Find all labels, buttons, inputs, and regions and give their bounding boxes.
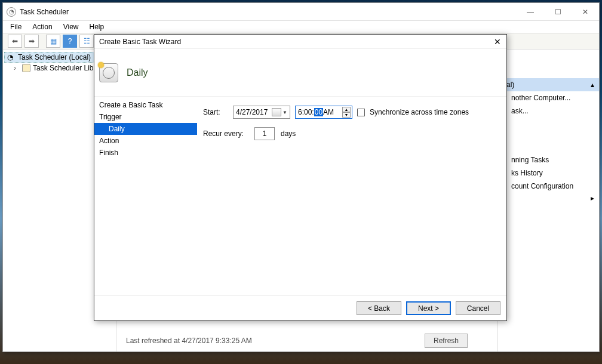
chevron-down-icon: ▼ [281,110,287,115]
status-bar: Last refreshed at 4/27/2017 9:33:25 AM R… [126,334,468,348]
nav-daily[interactable]: Daily [94,123,197,135]
action-history[interactable]: ks History [498,166,599,180]
panel-button[interactable]: ☷ [79,35,94,48]
minimize-button[interactable]: — [517,3,544,21]
nav-finish[interactable]: Finish [94,147,197,159]
wizard-heading: Daily [127,67,148,78]
time-selected-seconds: 00 [314,108,323,116]
wizard-nav: Create a Basic Task Trigger Daily Action… [94,97,197,295]
menubar: File Action View Help [3,21,599,33]
wizard-titlebar: Create Basic Task Wizard ✕ [94,35,506,49]
start-time-input[interactable]: 6:00:00 AM ▲ ▼ [295,106,352,119]
wizard-content: Start: 4/27/2017 ▼ 6:00:00 AM ▲ ▼ Synchr… [197,97,506,295]
chevron-right-icon: › [14,64,20,72]
action-create-task[interactable]: ask... [498,104,599,118]
action-account[interactable]: count Configuration [498,180,599,193]
menu-file[interactable]: File [10,23,22,31]
maximize-button[interactable]: ☐ [544,3,572,21]
menu-action[interactable]: Action [32,23,52,31]
sync-checkbox[interactable] [357,109,365,116]
time-spinner[interactable]: ▲ ▼ [342,107,351,118]
cancel-button[interactable]: Cancel [456,301,500,315]
start-label: Start: [203,108,228,116]
actions-panel: cal) ▴ nother Computer... ask... nning T… [497,50,599,351]
nav-action[interactable]: Action [94,135,197,147]
folder-icon [22,64,30,72]
main-titlebar: ◔ Task Scheduler — ☐ ✕ [3,3,599,21]
calendar-icon [272,108,281,116]
refresh-button[interactable]: Refresh [425,334,468,348]
back-button[interactable]: < Back [357,301,401,315]
wizard-buttons: < Back Next > Cancel [94,295,506,320]
back-button[interactable]: ⬅ [8,35,22,48]
clock-icon: ◔ [7,53,16,61]
clock-icon: ◔ [7,7,16,17]
collapse-icon[interactable]: ▴ [591,81,594,89]
spin-down-icon[interactable]: ▼ [342,112,351,118]
recur-days-input[interactable] [254,127,275,140]
actions-header: cal) ▴ [498,78,599,91]
action-connect[interactable]: nother Computer... [498,91,599,104]
grid-button[interactable]: ▦ [46,35,60,48]
recur-unit-label: days [281,129,296,138]
menu-view[interactable]: View [63,23,79,31]
window-title: Task Scheduler [20,8,69,16]
forward-button[interactable]: ➡ [24,35,39,48]
menu-help[interactable]: Help [90,23,105,31]
nav-trigger[interactable]: Trigger [94,111,197,123]
nav-create-basic-task[interactable]: Create a Basic Task [94,99,197,111]
wizard-icon [99,63,118,82]
sync-label: Synchronize across time zones [370,108,469,116]
spin-up-icon[interactable]: ▲ [342,107,351,112]
recur-label: Recur every: [203,129,248,138]
action-running[interactable]: nning Tasks [498,153,599,166]
wizard-dialog: Create Basic Task Wizard ✕ Daily Create … [94,34,507,321]
chevron-right-icon[interactable]: ▸ [498,193,599,203]
next-button[interactable]: Next > [406,301,451,315]
help-button[interactable]: ? [63,35,77,48]
wizard-header: Daily [94,49,506,97]
close-button[interactable]: ✕ [572,3,599,21]
start-date-input[interactable]: 4/27/2017 ▼ [233,106,290,119]
wizard-close-button[interactable]: ✕ [489,35,506,49]
